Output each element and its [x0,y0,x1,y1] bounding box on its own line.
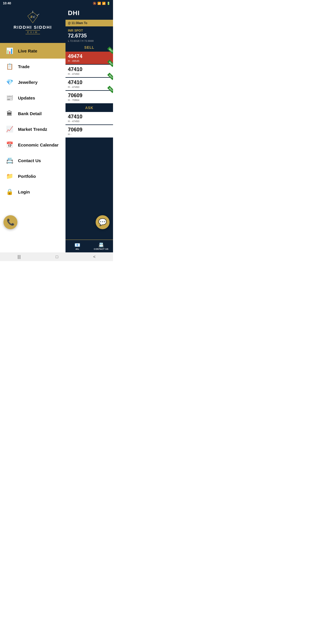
ask-header: ASK [65,104,113,111]
status-icons: 🔕 📶 📶 🔋 [93,2,110,5]
sidebar-item-label-economic-calendar: Economic Calendar [18,142,59,147]
recent-apps-button[interactable]: ||| [17,254,21,259]
fab-call-button[interactable]: 📞 [3,215,17,229]
sell-label: SELL [84,46,94,50]
rate-sub: H - [68,133,111,136]
sidebar-item-login[interactable]: 🔒Login [0,184,65,200]
spot-sub: L 72.6018 / H 72.6668 [68,39,94,42]
rate-value: 47410 [68,66,111,73]
sidebar-item-trade[interactable]: 📋Trade [0,59,65,74]
market-trendz-icon: 📈 [5,125,14,133]
mail-label: AIL [76,248,79,250]
spot-label: INR SPOT [68,29,83,32]
bottom-nav-mail[interactable]: 📧 AIL [65,240,89,252]
signal-icon: 📶 [102,2,105,5]
contact-us-icon: 📇 [5,156,14,165]
wifi-icon: 📶 [97,2,101,5]
sell-header: SELL [65,44,113,51]
sidebar-item-contact-us[interactable]: 📇Contact Us [0,153,65,168]
rate-sub: H - 47450 [68,86,111,88]
rate-row-2: 47410 H - 47450 BUY [65,78,113,90]
sidebar-header: R C RIDDHI SIDDHI EXIM [0,0,65,43]
bottom-nav: 📧 AIL 📇 CONTACT US [65,240,113,252]
rate-sub: H - 47450 [68,120,111,123]
sidebar-item-label-login: Login [18,189,30,194]
logo-icon: R C [25,10,41,25]
mail-icon: 📧 [74,242,80,248]
sidebar-item-bank-detail[interactable]: 🏛Bank Detail [0,106,65,121]
sidebar-item-label-bank-detail: Bank Detail [18,111,42,116]
rate-value: 70609 [68,93,111,99]
ask-label: ASK [85,106,93,110]
rate-value: 47410 [68,79,111,86]
rate-row-1: 47410 H - 47450 BUY [65,65,113,77]
battery-icon: 🔋 [107,2,110,5]
sidebar-item-market-trendz[interactable]: 📈Market Trendz [0,121,65,137]
rate-value: 70609 [68,127,111,133]
sidebar-item-portfolio[interactable]: 📁Portfolio [0,168,65,184]
brand-name: RIDDHI SIDDHI [14,25,52,30]
sidebar-item-label-updates: Updates [18,95,35,100]
call-icon: 📞 [7,218,14,226]
contact-icon: 📇 [98,242,104,248]
sidebar-item-updates[interactable]: 📰Updates [0,90,65,106]
rate-row-ask-1: 47410 H - 47450 [65,112,113,124]
sidebar-item-label-trade: Trade [18,64,30,69]
system-nav: ||| □ < [0,252,113,261]
sidebar-item-jewellery[interactable]: 💎Jewellery [0,74,65,90]
economic-calendar-icon: 📅 [5,140,14,149]
rate-value: 49474 [68,53,111,59]
home-button[interactable]: □ [56,254,58,259]
rate-sub: H - 47450 [68,73,111,75]
status-bar: 10:40 🔕 📶 📶 🔋 [0,0,113,6]
whatsapp-icon: 💬 [98,218,107,226]
right-panel-title: DHI [68,9,111,17]
ticker-bar: @ 11:30am To [65,20,113,26]
fab-whatsapp-button[interactable]: 💬 [96,215,110,229]
rate-sub: H - 49545 [68,59,111,62]
sidebar-item-label-market-trendz: Market Trendz [18,127,47,132]
spot-value: 72.6735 [68,33,94,39]
bank-detail-icon: 🏛 [5,109,14,118]
screen: 10:40 🔕 📶 📶 🔋 R C R [0,0,113,261]
back-button[interactable]: < [93,254,95,259]
svg-text:C: C [33,15,35,19]
contact-label: CONTACT US [94,248,108,250]
login-icon: 🔒 [5,187,14,196]
sidebar-item-label-portfolio: Portfolio [18,174,36,179]
spot-header: INR SPOT 72.6735 L 72.6018 / H 72.6668 [65,26,113,44]
rate-value: 47410 [68,114,111,120]
right-header: DHI [65,6,113,20]
brand-sub: EXIM [26,30,40,34]
live-rate-icon: 📊 [5,46,14,55]
rate-sub: H - 70864 [68,99,111,102]
rate-row-ask-2: 70609 H - [65,125,113,138]
sidebar-item-economic-calendar[interactable]: 📅Economic Calendar [0,137,65,153]
sidebar-item-label-live-rate: Live Rate [18,48,37,53]
svg-line-2 [37,14,39,16]
rate-row-3: 70609 H - 70864 BUY [65,91,113,103]
rates-section: INR SPOT 72.6735 L 72.6018 / H 72.6668 S… [65,26,113,138]
status-time: 10:40 [3,1,11,5]
logo-container: R C RIDDHI SIDDHI EXIM [14,10,52,35]
bottom-nav-contact[interactable]: 📇 CONTACT US [89,240,113,252]
svg-text:R: R [30,15,33,19]
sidebar-item-label-jewellery: Jewellery [18,80,38,85]
portfolio-icon: 📁 [5,172,14,180]
sidebar-item-live-rate[interactable]: 📊Live Rate [0,43,65,59]
jewellery-icon: 💎 [5,78,14,86]
sidebar-item-label-contact-us: Contact Us [18,158,41,163]
rate-row-sell: 49474 H - 49545 BUY [65,52,113,64]
mute-icon: 🔕 [93,2,96,5]
updates-icon: 📰 [5,93,14,102]
trade-icon: 📋 [5,62,14,71]
